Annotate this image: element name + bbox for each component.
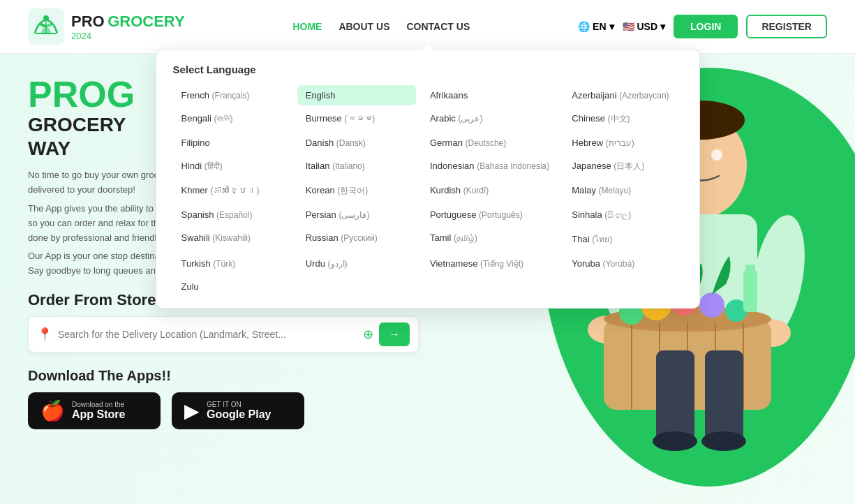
lang-item-hebrew[interactable]: Hebrew (עברית) xyxy=(563,133,682,153)
currency-selector[interactable]: 🇺🇸 USD ▾ xyxy=(623,21,666,32)
lang-item-sinhala[interactable]: Sinhala (සිංහල) xyxy=(563,205,682,225)
svg-point-25 xyxy=(653,431,697,451)
google-play-text: GET IT ON Google Play xyxy=(207,401,271,421)
google-play-icon: ▶ xyxy=(184,399,200,422)
language-dropdown: Select Language French (Français)English… xyxy=(156,49,700,309)
svg-point-26 xyxy=(701,431,746,451)
nav-about[interactable]: ABOUT US xyxy=(339,21,389,32)
google-play-small-text: GET IT ON xyxy=(207,401,271,408)
lang-item-chinese[interactable]: Chinese (中文) xyxy=(563,108,682,130)
location-icon: 📍 xyxy=(37,327,52,342)
logo-area: PRO GROCERY 2024 xyxy=(28,8,185,45)
lang-item-vietnamese[interactable]: Vietnamese (Tiếng Việt) xyxy=(422,253,558,274)
lang-item-kurdish[interactable]: Kurdish (Kurdî) xyxy=(422,180,558,202)
app-store-big-text: App Store xyxy=(72,408,125,421)
svg-rect-24 xyxy=(705,350,743,441)
google-play-big-text: Google Play xyxy=(207,408,271,421)
flag-icon: 🇺🇸 xyxy=(623,21,634,32)
lang-item-yoruba[interactable]: Yoruba (Yorùbá) xyxy=(563,253,682,274)
logo-text: PRO GROCERY 2024 xyxy=(71,13,185,41)
lang-item-burmese[interactable]: Burmese (ဗမာစာ) xyxy=(297,108,416,130)
lang-item-arabic[interactable]: Arabic (عربی) xyxy=(422,108,558,130)
search-input[interactable] xyxy=(58,329,357,340)
logo-grocery: GROCERY xyxy=(107,13,184,30)
lang-item-french[interactable]: French (Français) xyxy=(173,85,292,105)
lang-item-zulu[interactable]: Zulu xyxy=(173,276,292,297)
lang-chevron-icon: ▾ xyxy=(609,21,614,32)
lang-item-swahili[interactable]: Swahili (Kiswahili) xyxy=(173,228,292,251)
lang-item-malay[interactable]: Malay (Melayu) xyxy=(563,180,682,202)
app-store-button[interactable]: 🍎 Download on the App Store xyxy=(28,392,161,429)
svg-point-18 xyxy=(699,292,724,318)
language-grid: French (Français)EnglishAfrikaansAzerbai… xyxy=(173,85,683,297)
lang-item-azerbaijani[interactable]: Azerbaijani (Azerbaycan) xyxy=(563,85,682,105)
logo-year: 2024 xyxy=(71,31,185,41)
lang-item-persian[interactable]: Persian (فارسی) xyxy=(297,205,416,225)
app-buttons: 🍎 Download on the App Store ▶ GET IT ON … xyxy=(28,392,433,429)
main-nav: HOME ABOUT US CONTACT US xyxy=(292,21,470,32)
lang-item-italian[interactable]: Italian (Italiano) xyxy=(297,156,416,177)
lang-item-english[interactable]: English xyxy=(297,85,416,105)
lang-item-tamil[interactable]: Tamil (தமிழ்) xyxy=(422,228,558,251)
gps-icon: ⊕ xyxy=(363,327,373,341)
logo-icon xyxy=(28,8,64,45)
lang-item-hindi[interactable]: Hindi (हिंदी) xyxy=(173,156,292,177)
lang-item-russian[interactable]: Russian (Русский) xyxy=(297,228,416,251)
logo-pro: PRO xyxy=(71,13,105,30)
lang-item-danish[interactable]: Danish (Dansk) xyxy=(297,133,416,153)
globe-icon: 🌐 xyxy=(578,21,590,32)
currency-label: USD xyxy=(637,21,658,32)
register-button[interactable]: REGISTER xyxy=(746,15,827,38)
download-title: Download The Apps!! xyxy=(28,368,433,384)
currency-chevron-icon: ▾ xyxy=(660,21,665,32)
dropdown-title: Select Language xyxy=(173,64,683,75)
gps-button[interactable]: ⊕ xyxy=(363,327,373,342)
nav-home[interactable]: HOME xyxy=(292,21,322,32)
svg-rect-22 xyxy=(745,265,755,273)
app-store-text: Download on the App Store xyxy=(72,401,125,421)
lang-label: EN xyxy=(593,21,606,32)
lang-item-japanese[interactable]: Japanese (日本人) xyxy=(563,156,682,177)
lang-item-bengali[interactable]: Bengali (বাংলি) xyxy=(173,108,292,130)
lang-item-indonesian[interactable]: Indonesian (Bahasa Indonesia) xyxy=(422,156,558,177)
apple-icon: 🍎 xyxy=(40,399,65,422)
svg-point-28 xyxy=(711,149,722,161)
lang-item-afrikaans[interactable]: Afrikaans xyxy=(422,85,558,105)
language-selector[interactable]: 🌐 EN ▾ xyxy=(578,21,614,32)
search-go-button[interactable]: → xyxy=(379,323,410,346)
lang-item-korean[interactable]: Korean (한국어) xyxy=(297,180,416,202)
lang-item-spanish[interactable]: Spanish (Español) xyxy=(173,205,292,225)
lang-item-thai[interactable]: Thai (ไทย) xyxy=(563,228,682,251)
lang-item-urdu[interactable]: Urdu (اردو) xyxy=(297,253,416,274)
search-bar: 📍 ⊕ → xyxy=(28,316,419,353)
app-store-small-text: Download on the xyxy=(72,401,125,408)
google-play-button[interactable]: ▶ GET IT ON Google Play xyxy=(172,392,304,429)
lang-item-portuguese[interactable]: Portuguese (Português) xyxy=(422,205,558,225)
lang-item-turkish[interactable]: Turkish (Türk) xyxy=(173,253,292,274)
nav-contact[interactable]: CONTACT US xyxy=(407,21,470,32)
lang-item-khmer[interactable]: Khmer (ភាសាខ្មែរ) xyxy=(173,180,292,202)
svg-rect-23 xyxy=(656,350,694,441)
login-button[interactable]: LOGIN xyxy=(674,15,738,38)
nav-controls: 🌐 EN ▾ 🇺🇸 USD ▾ LOGIN REGISTER xyxy=(578,15,827,38)
hero-grocery-text: GROCERY xyxy=(28,114,126,135)
lang-item-german[interactable]: German (Deutsche) xyxy=(422,133,558,153)
lang-item-filipino[interactable]: Filipino xyxy=(173,133,292,153)
svg-rect-21 xyxy=(743,270,757,312)
